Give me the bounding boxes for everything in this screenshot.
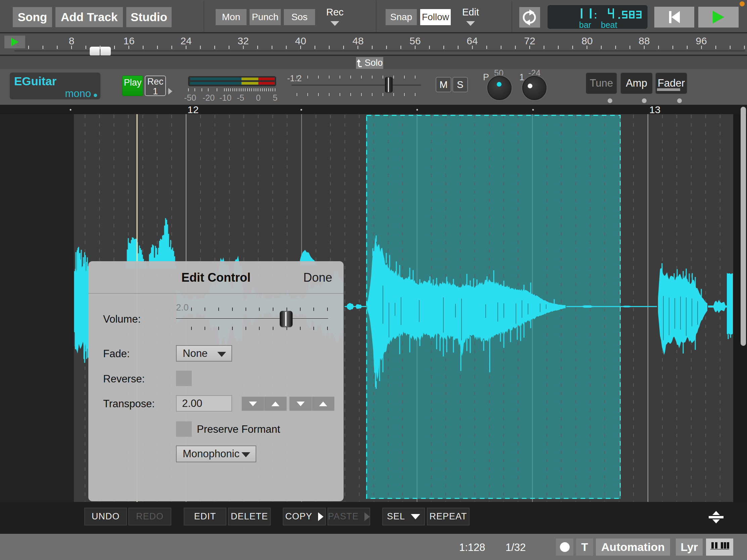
svg-text:2.0: 2.0 xyxy=(176,302,189,313)
svg-text:13: 13 xyxy=(649,105,660,115)
svg-text:12: 12 xyxy=(187,105,199,115)
